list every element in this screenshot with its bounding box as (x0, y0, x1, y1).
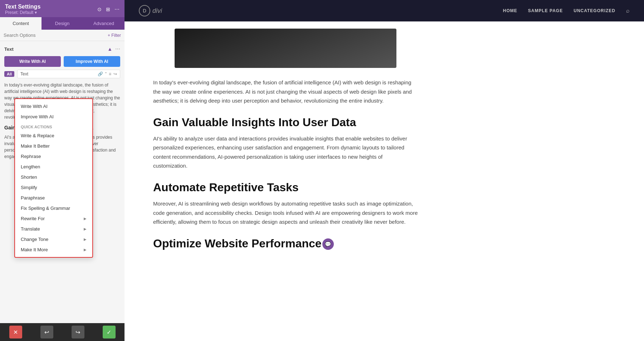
redo-button[interactable]: ↪ (72, 326, 84, 338)
quote-icon[interactable]: " (105, 71, 107, 76)
ai-bubble-icon: 💬 (322, 238, 334, 250)
undo-button[interactable]: ↩ (40, 326, 53, 338)
dropdown-item-paraphrase[interactable]: Paraphrase (15, 193, 92, 203)
dropdown-item-fix-spelling[interactable]: Fix Spelling & Grammar (15, 203, 92, 213)
more-icon[interactable]: ⋯ (114, 6, 119, 12)
bottom-bar: ✕ ↩ ↪ ✓ (0, 323, 125, 341)
right-panel: D divi HOME SAMPLE PAGE UNCATEGORIZED ⌕ … (125, 0, 644, 341)
ai-dropdown-menu: Write With AI Improve With AI Quick Acti… (14, 98, 93, 258)
logo-text: divi (152, 7, 162, 15)
cancel-button[interactable]: ✕ (9, 326, 22, 338)
nav-uncategorized[interactable]: UNCATEGORIZED (574, 8, 615, 13)
logo-letter: D (143, 8, 146, 14)
hero-image (175, 29, 396, 68)
change-tone-chevron: ▶ (84, 237, 87, 241)
body-row: All Text 🔗 " ≡ ↪ (4, 70, 120, 78)
panel-header-icons: ⊙ ⊞ ⋯ (97, 6, 119, 12)
dropdown-item-lengthen[interactable]: Lengthen (15, 162, 92, 172)
tab-content[interactable]: Content (0, 17, 42, 30)
dropdown-item-simplify[interactable]: Simplify (15, 182, 92, 193)
navbar-logo: D divi (139, 5, 162, 16)
filter-button[interactable]: + Filter (108, 33, 121, 38)
dropdown-section-quick-actions: Quick Actions (15, 122, 92, 130)
improve-with-ai-button[interactable]: Improve With AI (64, 56, 120, 67)
panel-body: Text ▲ ⋯ Write With AI Improve With AI A… (0, 41, 125, 341)
redo-small-icon[interactable]: ↪ (113, 71, 117, 76)
nav-sample-page[interactable]: SAMPLE PAGE (528, 8, 563, 13)
dropdown-item-rephrase[interactable]: Rephrase (15, 151, 92, 162)
content-area: In today's ever-evolving digital landsca… (125, 21, 447, 341)
tab-advanced[interactable]: Advanced (83, 17, 125, 30)
dropdown-item-write-replace[interactable]: Write & Replace (15, 130, 92, 141)
logo-circle: D (139, 5, 150, 16)
search-input[interactable] (4, 33, 108, 38)
dropdown-item-write-with-ai[interactable]: Write With AI (15, 101, 92, 112)
focus-icon[interactable]: ⊙ (97, 6, 102, 12)
text-section-header: Text ▲ ⋯ (4, 45, 120, 53)
dropdown-item-change-tone[interactable]: Change Tone ▶ (15, 234, 92, 244)
section-more-icon[interactable]: ⋯ (115, 46, 120, 52)
dropdown-item-translate[interactable]: Translate ▶ (15, 224, 92, 234)
section2-paragraph: Moreover, AI is streamlining web design … (153, 199, 418, 227)
navbar-links: HOME SAMPLE PAGE UNCATEGORIZED ⌕ (503, 8, 630, 14)
dropdown-item-improve-with-ai[interactable]: Improve With AI (15, 112, 92, 122)
navbar: D divi HOME SAMPLE PAGE UNCATEGORIZED ⌕ (125, 0, 644, 21)
section1-paragraph: AI's ability to analyze user data and in… (153, 134, 418, 170)
navbar-search-icon[interactable]: ⌕ (626, 8, 630, 14)
dropdown-item-shorten[interactable]: Shorten (15, 172, 92, 182)
section2-heading: Automate Repetitive Tasks (153, 181, 418, 194)
layout-icon[interactable]: ⊞ (106, 6, 110, 12)
confirm-button[interactable]: ✓ (103, 326, 116, 338)
bullet-icon[interactable]: ≡ (109, 71, 111, 76)
dropdown-item-make-it-more[interactable]: Make It More ▶ (15, 244, 92, 255)
all-tag[interactable]: All (4, 71, 14, 77)
text-label: Text (20, 71, 28, 76)
collapse-icon[interactable]: ▲ (107, 46, 112, 52)
make-it-more-chevron: ▶ (84, 248, 87, 252)
panel-title: Text Settings (5, 4, 40, 10)
panel-header: Text Settings Preset: Default ▾ ⊙ ⊞ ⋯ (0, 0, 125, 17)
text-section-label: Text (4, 46, 14, 52)
panel-header-info: Text Settings Preset: Default ▾ (5, 4, 40, 15)
translate-chevron: ▶ (84, 227, 87, 231)
write-with-ai-button[interactable]: Write With AI (4, 56, 61, 67)
section1-heading: Gain Valuable Insights Into User Data (153, 115, 418, 129)
panel-tabs: Content Design Advanced (0, 17, 125, 30)
section3-heading: Optimize Website Performance💬 (153, 237, 418, 250)
intro-paragraph: In today's ever-evolving digital landsca… (153, 78, 418, 105)
dropdown-item-make-better[interactable]: Make It Better (15, 141, 92, 151)
ai-buttons: Write With AI Improve With AI (4, 56, 120, 67)
panel-preset[interactable]: Preset: Default ▾ (5, 10, 40, 15)
rewrite-for-chevron: ▶ (84, 217, 87, 221)
link-icon[interactable]: 🔗 (98, 71, 103, 76)
left-panel: Text Settings Preset: Default ▾ ⊙ ⊞ ⋯ Co… (0, 0, 125, 341)
nav-home[interactable]: HOME (503, 8, 517, 13)
panel-search: + Filter (0, 30, 125, 41)
dropdown-item-rewrite-for[interactable]: Rewrite For ▶ (15, 213, 92, 224)
tab-design[interactable]: Design (42, 17, 83, 30)
